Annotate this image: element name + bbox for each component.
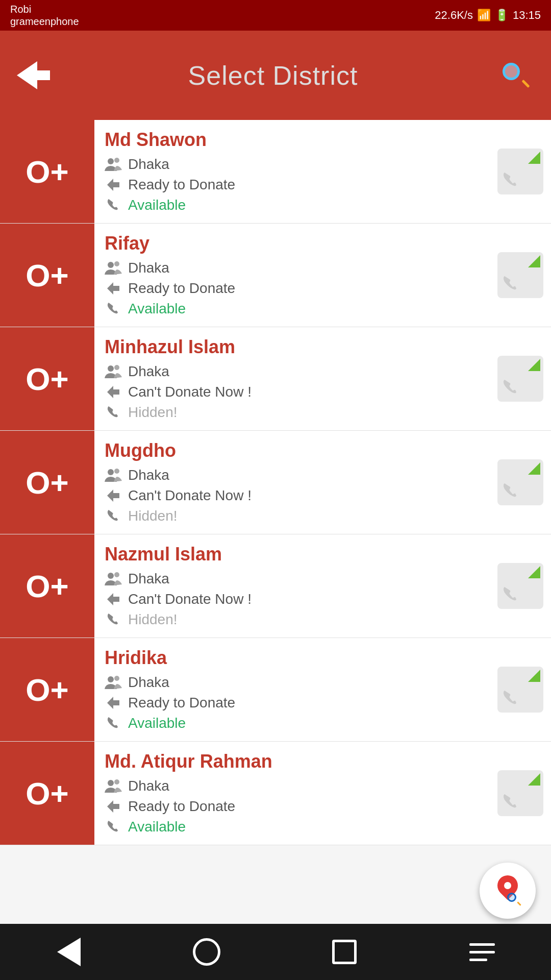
recents-nav-icon xyxy=(332,940,357,964)
donate-icon xyxy=(105,487,122,504)
svg-point-13 xyxy=(108,573,114,579)
call-button-area xyxy=(495,431,551,534)
donor-name: Hridika xyxy=(105,647,485,669)
svg-marker-12 xyxy=(107,489,119,502)
donor-list: O+ Md Shawon Dhaka xyxy=(0,120,551,845)
donor-details: Nazmul Islam Dhaka xyxy=(94,534,495,638)
phone-icon xyxy=(105,611,122,628)
phone-icon xyxy=(105,507,122,525)
blood-type: O+ xyxy=(26,464,68,501)
call-button[interactable] xyxy=(497,149,543,194)
donate-icon xyxy=(105,591,122,608)
donation-status: Ready to Donate xyxy=(105,694,485,712)
phone-icon xyxy=(105,197,122,214)
donor-district: Dhaka xyxy=(105,156,485,173)
svg-marker-18 xyxy=(107,697,119,709)
donation-status-text: Ready to Donate xyxy=(128,280,235,297)
donor-details: Minhazul Islam Dhaka xyxy=(94,327,495,430)
svg-point-1 xyxy=(108,158,114,164)
donor-details: Md Shawon Dhaka Re xyxy=(94,120,495,223)
people-icon xyxy=(105,467,122,484)
svg-marker-0 xyxy=(17,61,50,89)
availability-text: Available xyxy=(128,819,186,835)
blood-type-box: O+ xyxy=(0,534,94,638)
call-button[interactable] xyxy=(497,770,543,816)
nav-menu-button[interactable] xyxy=(462,932,503,972)
blood-type-box: O+ xyxy=(0,431,94,534)
call-button[interactable] xyxy=(497,252,543,298)
donor-details: Rifay Dhaka Ready xyxy=(94,224,495,327)
district-name: Dhaka xyxy=(128,674,169,691)
svg-point-2 xyxy=(114,158,119,163)
phone-icon xyxy=(105,715,122,732)
back-nav-icon xyxy=(57,938,81,966)
status-bar: Robi grameenphone 22.6K/s 📶 🔋 13:15 xyxy=(0,0,551,31)
nav-recents-button[interactable] xyxy=(324,932,365,972)
blood-type-box: O+ xyxy=(0,327,94,430)
phone-icon xyxy=(105,404,122,421)
donor-district: Dhaka xyxy=(105,777,485,795)
map-search-button[interactable] xyxy=(480,863,536,919)
donation-status: Can't Donate Now ! xyxy=(105,591,485,608)
home-nav-icon xyxy=(193,938,220,966)
call-button[interactable] xyxy=(497,563,543,609)
app-header: Select District xyxy=(0,31,551,120)
district-name: Dhaka xyxy=(128,571,169,587)
availability-text: Hidden! xyxy=(128,611,178,628)
blood-type-box: O+ xyxy=(0,742,94,845)
people-icon xyxy=(105,363,122,380)
district-name: Dhaka xyxy=(128,467,169,483)
blood-type: O+ xyxy=(26,568,68,604)
donation-status-text: Ready to Donate xyxy=(128,177,235,193)
donor-district: Dhaka xyxy=(105,259,485,277)
nav-back-button[interactable] xyxy=(48,932,89,972)
donation-status-text: Can't Donate Now ! xyxy=(128,591,252,607)
donation-status: Ready to Donate xyxy=(105,798,485,815)
donation-status: Ready to Donate xyxy=(105,280,485,297)
donor-name: Md. Atiqur Rahman xyxy=(105,751,485,772)
availability-status: Hidden! xyxy=(105,507,485,525)
svg-point-17 xyxy=(114,676,119,681)
svg-point-19 xyxy=(108,780,114,786)
svg-point-20 xyxy=(114,779,119,785)
svg-point-16 xyxy=(108,676,114,682)
svg-point-14 xyxy=(114,572,119,577)
donor-item: O+ Rifay Dhaka xyxy=(0,224,551,327)
donor-district: Dhaka xyxy=(105,363,485,380)
call-button[interactable] xyxy=(497,667,543,713)
people-icon xyxy=(105,259,122,277)
signal-icon: 📶 xyxy=(477,9,491,22)
donor-item: O+ Minhazul Islam Dhaka xyxy=(0,327,551,431)
donor-name: Rifay xyxy=(105,233,485,254)
people-icon xyxy=(105,156,122,173)
back-button[interactable] xyxy=(15,58,51,93)
call-button-area xyxy=(495,327,551,430)
donation-status-text: Can't Donate Now ! xyxy=(128,487,252,504)
call-button[interactable] xyxy=(497,356,543,402)
donor-item: O+ Md. Atiqur Rahman Dhaka xyxy=(0,742,551,845)
donate-icon xyxy=(105,280,122,297)
network-name: grameenphone xyxy=(10,15,79,28)
search-button[interactable] xyxy=(495,55,536,96)
availability-status: Hidden! xyxy=(105,404,485,421)
availability-text: Available xyxy=(128,197,186,213)
network-speed: 22.6K/s xyxy=(435,9,473,22)
donate-icon xyxy=(105,798,122,815)
availability-status: Available xyxy=(105,197,485,214)
nav-home-button[interactable] xyxy=(186,932,227,972)
bottom-navigation xyxy=(0,924,551,980)
status-indicators: 22.6K/s 📶 🔋 13:15 xyxy=(435,9,541,22)
district-name: Dhaka xyxy=(128,260,169,276)
phone-icon xyxy=(105,300,122,317)
district-name: Dhaka xyxy=(128,156,169,173)
carrier-name: Robi xyxy=(10,3,79,15)
donate-icon xyxy=(105,694,122,712)
people-icon xyxy=(105,570,122,587)
donation-status: Can't Donate Now ! xyxy=(105,487,485,504)
call-button[interactable] xyxy=(497,459,543,505)
blood-type-box: O+ xyxy=(0,224,94,327)
people-icon xyxy=(105,674,122,691)
donor-name: Mugdho xyxy=(105,440,485,461)
availability-status: Available xyxy=(105,818,485,836)
svg-point-7 xyxy=(108,365,114,372)
